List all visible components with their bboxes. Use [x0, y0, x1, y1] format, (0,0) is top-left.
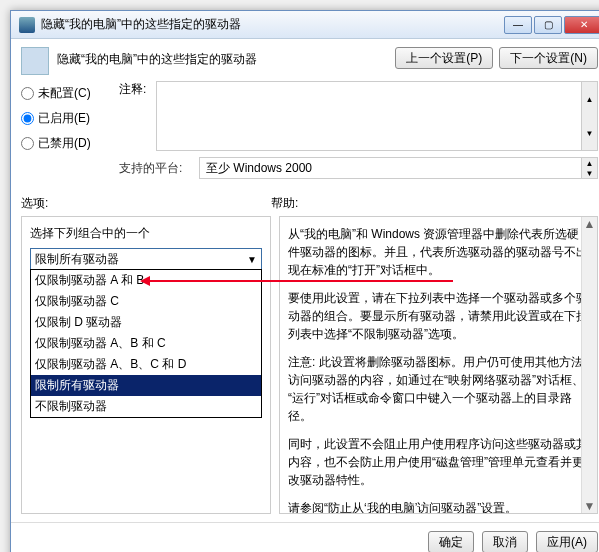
- radio-unconfigured[interactable]: 未配置(C): [21, 85, 111, 102]
- help-label: 帮助:: [271, 195, 598, 212]
- window-title: 隐藏“我的电脑”中的这些指定的驱动器: [41, 16, 504, 33]
- combo-option[interactable]: 仅限制驱动器 C: [31, 291, 261, 312]
- supported-platform-label: 支持的平台:: [119, 160, 199, 177]
- scroll-up-icon[interactable]: ▲: [581, 158, 597, 168]
- next-setting-button[interactable]: 下一个设置(N): [499, 47, 598, 69]
- close-button[interactable]: ✕: [564, 16, 599, 34]
- policy-description: 隐藏“我的电脑”中的这些指定的驱动器: [57, 47, 395, 68]
- chevron-down-icon: ▼: [247, 254, 257, 265]
- options-pane: 选择下列组合中的一个 限制所有驱动器 ▼ 仅限制驱动器 A 和 B仅限制驱动器 …: [21, 216, 271, 514]
- combo-option[interactable]: 仅限制驱动器 A、B、C 和 D: [31, 354, 261, 375]
- combo-option[interactable]: 不限制驱动器: [31, 396, 261, 417]
- previous-setting-button[interactable]: 上一个设置(P): [395, 47, 493, 69]
- scroll-up-icon[interactable]: ▲: [581, 82, 597, 116]
- help-paragraph: 同时，此设置不会阻止用户使用程序访问这些驱动器或其内容，也不会防止用户使用“磁盘…: [288, 435, 589, 489]
- minimize-button[interactable]: —: [504, 16, 532, 34]
- help-text: 从“我的电脑”和 Windows 资源管理器中删除代表所选硬件驱动器的图标。并且…: [288, 225, 589, 514]
- cancel-button[interactable]: 取消: [482, 531, 528, 552]
- help-paragraph: 从“我的电脑”和 Windows 资源管理器中删除代表所选硬件驱动器的图标。并且…: [288, 225, 589, 279]
- apply-button[interactable]: 应用(A): [536, 531, 598, 552]
- scroll-up-icon[interactable]: ▲: [584, 217, 596, 231]
- help-pane: 从“我的电脑”和 Windows 资源管理器中删除代表所选硬件驱动器的图标。并且…: [279, 216, 598, 514]
- policy-icon: [21, 47, 49, 75]
- scrollbar[interactable]: ▲▼: [581, 217, 597, 513]
- title-bar: 隐藏“我的电脑”中的这些指定的驱动器 — ▢ ✕: [11, 11, 599, 39]
- radio-enabled[interactable]: 已启用(E): [21, 110, 111, 127]
- combo-option[interactable]: 限制所有驱动器: [31, 375, 261, 396]
- scroll-down-icon[interactable]: ▼: [584, 499, 596, 513]
- options-prompt: 选择下列组合中的一个: [30, 225, 262, 242]
- help-paragraph: 请参阅“防止从‘我的电脑’访问驱动器”设置。: [288, 499, 589, 514]
- annotation-arrow: [143, 280, 453, 282]
- supported-platform-field: 至少 Windows 2000 ▲▼: [199, 157, 598, 179]
- help-paragraph: 要使用此设置，请在下拉列表中选择一个驱动器或多个驱动器的组合。要显示所有驱动器，…: [288, 289, 589, 343]
- radio-disabled[interactable]: 已禁用(D): [21, 135, 111, 152]
- drive-combo[interactable]: 限制所有驱动器 ▼: [30, 248, 262, 270]
- drive-combo-list[interactable]: 仅限制驱动器 A 和 B仅限制驱动器 C仅限制 D 驱动器仅限制驱动器 A、B …: [30, 269, 262, 418]
- help-paragraph: 注意: 此设置将删除驱动器图标。用户仍可使用其他方法访问驱动器的内容，如通过在“…: [288, 353, 589, 425]
- combo-option[interactable]: 仅限制 D 驱动器: [31, 312, 261, 333]
- options-label: 选项:: [21, 195, 271, 212]
- combo-option[interactable]: 仅限制驱动器 A、B 和 C: [31, 333, 261, 354]
- maximize-button[interactable]: ▢: [534, 16, 562, 34]
- app-icon: [19, 17, 35, 33]
- ok-button[interactable]: 确定: [428, 531, 474, 552]
- scroll-down-icon[interactable]: ▼: [581, 116, 597, 150]
- comment-label: 注释:: [119, 81, 150, 151]
- combo-selected-value: 限制所有驱动器: [35, 251, 119, 268]
- scroll-down-icon[interactable]: ▼: [581, 168, 597, 178]
- comment-textarea[interactable]: ▲▼: [156, 81, 598, 151]
